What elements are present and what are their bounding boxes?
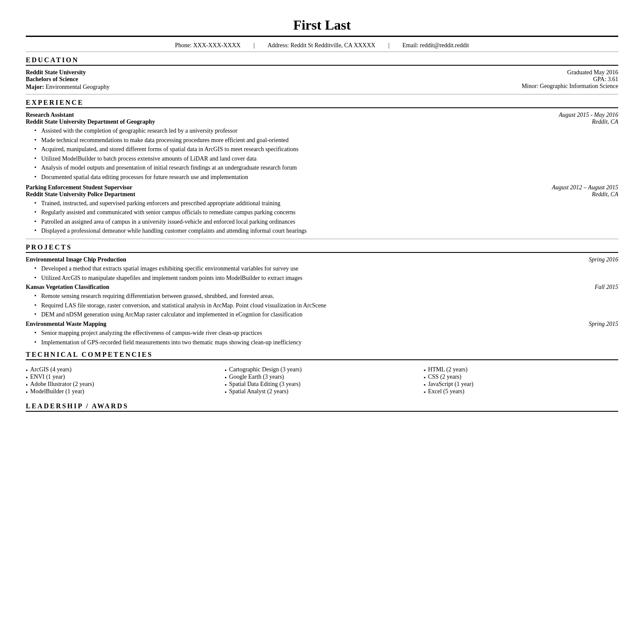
project-bullets-1: Developed a method that extracts spatial… bbox=[26, 264, 618, 282]
email-field: Email: reddit@reddit.reddit bbox=[402, 42, 469, 49]
list-item: Patrolled an assigned area of campus in … bbox=[34, 218, 618, 226]
project-entry-1: Environmental Image Chip Production Spri… bbox=[26, 256, 618, 282]
education-section-header: EDUCATION bbox=[26, 56, 618, 66]
tech-section-header: TECHNICAL COMPETENCIES bbox=[26, 351, 618, 360]
tech-item: Google Earth (3 years) bbox=[225, 374, 419, 381]
tech-item: Cartographic Design (3 years) bbox=[225, 366, 419, 374]
project-title-3: Environmental Waste Mapping bbox=[26, 321, 106, 328]
exp-header-row-2: Parking Enforcement Student Supervisor A… bbox=[26, 184, 618, 191]
list-item: Assisted with the completion of geograph… bbox=[34, 127, 618, 135]
project-bullets-2: Remote sensing research requiring differ… bbox=[26, 292, 618, 319]
list-item: Remote sensing research requiring differ… bbox=[34, 292, 618, 301]
project-entry-2: Kansas Vegetation Classification Fall 20… bbox=[26, 284, 618, 319]
education-divider bbox=[26, 94, 618, 94]
tech-item: CSS (2 years) bbox=[424, 374, 618, 381]
exp-org-1: Reddit State University Department of Ge… bbox=[26, 118, 155, 125]
project-bullets-3: Senior mapping project analyzing the eff… bbox=[26, 329, 618, 346]
project-header-row-2: Kansas Vegetation Classification Fall 20… bbox=[26, 284, 618, 291]
experience-section-header: EXPERIENCE bbox=[26, 99, 618, 108]
experience-divider bbox=[26, 239, 618, 239]
exp-org-row-2: Reddit State University Police Departmen… bbox=[26, 191, 618, 198]
exp-dates-1: August 2015 - May 2016 bbox=[559, 112, 618, 118]
project-header-row-1: Environmental Image Chip Production Spri… bbox=[26, 256, 618, 263]
graduation-date: Graduated May 2016 bbox=[489, 69, 618, 76]
projects-section-header: PROJECTS bbox=[26, 243, 618, 253]
tech-item: ModelBuilder (1 year) bbox=[26, 388, 220, 395]
minor-field: Minor: Geographic Information Science bbox=[489, 83, 618, 90]
minor-label: Minor: bbox=[522, 83, 538, 89]
list-item: Developed a method that extracts spatial… bbox=[34, 264, 618, 273]
list-item: Displayed a professional demeanor while … bbox=[34, 227, 618, 235]
resume-name: First Last bbox=[26, 17, 618, 37]
experience-entry-2: Parking Enforcement Student Supervisor A… bbox=[26, 184, 618, 235]
list-item: Acquired, manipulated, and stored differ… bbox=[34, 145, 618, 154]
list-item: Utilized ModelBuilder to batch process e… bbox=[34, 155, 618, 163]
contact-bar: Phone: XXX-XXX-XXXX | Address: Reddit St… bbox=[26, 39, 618, 52]
major-field: Major: Environmental Geography bbox=[26, 84, 489, 91]
separator-1: | bbox=[253, 42, 255, 49]
major-value: Environmental Geography bbox=[46, 84, 109, 90]
gpa-value: 3.61 bbox=[608, 76, 619, 82]
exp-location-1: Reddit, CA bbox=[592, 118, 618, 125]
address-field: Address: Reddit St Redditville, CA XXXXX bbox=[267, 42, 375, 49]
tech-grid: ArcGIS (4 years) ENVI (1 year) Adobe Ill… bbox=[26, 364, 618, 398]
tech-item: ENVI (1 year) bbox=[26, 374, 220, 381]
exp-title-1: Research Assistant bbox=[26, 112, 74, 118]
project-entry-3: Environmental Waste Mapping Spring 2015 … bbox=[26, 321, 618, 346]
exp-bullets-1: Assisted with the completion of geograph… bbox=[26, 127, 618, 182]
experience-entry-1: Research Assistant August 2015 - May 201… bbox=[26, 112, 618, 182]
list-item: Utilized ArcGIS to manipulate shapefiles… bbox=[34, 274, 618, 283]
project-header-row-3: Environmental Waste Mapping Spring 2015 bbox=[26, 321, 618, 328]
exp-org-row-1: Reddit State University Department of Ge… bbox=[26, 118, 618, 125]
exp-header-row-1: Research Assistant August 2015 - May 201… bbox=[26, 112, 618, 118]
gpa-label: GPA: bbox=[593, 76, 606, 82]
gpa-field: GPA: 3.61 bbox=[489, 76, 618, 83]
project-date-1: Spring 2016 bbox=[589, 256, 618, 263]
tech-col-1: ArcGIS (4 years) ENVI (1 year) Adobe Ill… bbox=[26, 366, 220, 395]
separator-2: | bbox=[388, 42, 389, 49]
list-item: Made technical recommendations to make d… bbox=[34, 136, 618, 145]
tech-item: Excel (5 years) bbox=[424, 388, 618, 395]
tech-item: JavaScript (1 year) bbox=[424, 381, 618, 388]
project-title-2: Kansas Vegetation Classification bbox=[26, 284, 109, 291]
phone-field: Phone: XXX-XXX-XXXX bbox=[175, 42, 241, 49]
tech-col-3: HTML (2 years) CSS (2 years) JavaScript … bbox=[424, 366, 618, 395]
tech-item: ArcGIS (4 years) bbox=[26, 366, 220, 374]
exp-location-2: Reddit, CA bbox=[592, 191, 618, 198]
minor-value: Geographic Information Science bbox=[540, 83, 618, 89]
project-date-3: Spring 2015 bbox=[589, 321, 618, 328]
tech-item: Adobe Illustrator (2 years) bbox=[26, 381, 220, 388]
school-name: Reddit State University bbox=[26, 69, 489, 76]
exp-bullets-2: Trained, instructed, and supervised park… bbox=[26, 199, 618, 235]
tech-item: Spatial Analyst (2 years) bbox=[225, 388, 419, 395]
exp-dates-2: August 2012 – August 2015 bbox=[552, 184, 618, 191]
exp-org-2: Reddit State University Police Departmen… bbox=[26, 191, 135, 198]
list-item: Senior mapping project analyzing the eff… bbox=[34, 329, 618, 337]
education-entry: Reddit State University Bachelors of Sci… bbox=[26, 69, 618, 91]
list-item: DEM and nDSM generation using ArcMap ras… bbox=[34, 310, 618, 319]
education-right: Graduated May 2016 GPA: 3.61 Minor: Geog… bbox=[489, 69, 618, 90]
leadership-section-header: LEADERSHIP / AWARDS bbox=[26, 402, 618, 412]
list-item: Documented spatial data editing processe… bbox=[34, 173, 618, 182]
list-item: Implementation of GPS-recorded field mea… bbox=[34, 338, 618, 347]
exp-title-2: Parking Enforcement Student Supervisor bbox=[26, 184, 132, 191]
project-date-2: Fall 2015 bbox=[595, 284, 618, 291]
tech-col-2: Cartographic Design (3 years) Google Ear… bbox=[225, 366, 419, 395]
list-item: Regularly assisted and communicated with… bbox=[34, 208, 618, 217]
list-item: Trained, instructed, and supervised park… bbox=[34, 199, 618, 208]
degree: Bachelors of Science bbox=[26, 76, 489, 83]
list-item: Required LAS file storage, raster conver… bbox=[34, 301, 618, 310]
tech-item: HTML (2 years) bbox=[424, 366, 618, 374]
major-label: Major: bbox=[26, 84, 44, 90]
list-item: Analysis of model outputs and presentati… bbox=[34, 164, 618, 172]
education-left: Reddit State University Bachelors of Sci… bbox=[26, 69, 489, 91]
tech-item: Spatial Data Editing (3 years) bbox=[225, 381, 419, 388]
project-title-1: Environmental Image Chip Production bbox=[26, 256, 126, 263]
